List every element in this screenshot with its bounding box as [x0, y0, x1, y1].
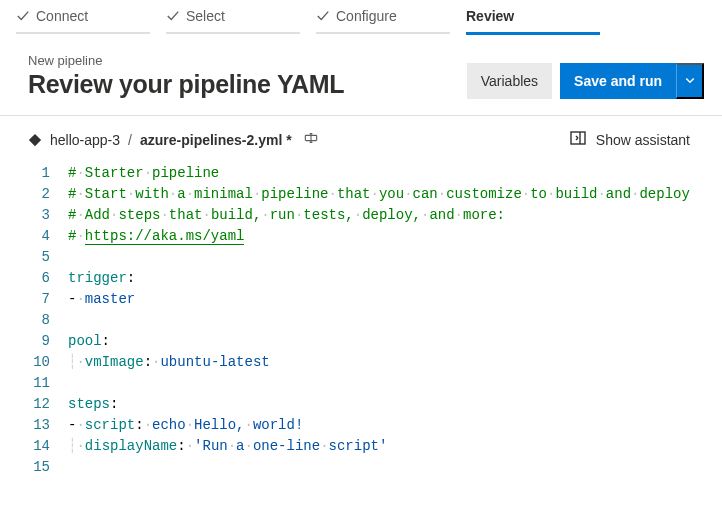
save-and-run-button[interactable]: Save and run	[560, 63, 676, 99]
line-number: 5	[18, 247, 50, 268]
wizard-tab-select[interactable]: Select	[162, 0, 312, 35]
line-number: 8	[18, 310, 50, 331]
assistant-panel-icon	[570, 130, 586, 149]
rename-file-icon[interactable]	[304, 131, 318, 148]
line-number: 2	[18, 184, 50, 205]
file-bar: hello-app-3 / azure-pipelines-2.yml * Sh…	[0, 116, 722, 163]
page-title: Review your pipeline YAML	[28, 70, 344, 99]
chevron-down-icon	[684, 74, 696, 89]
repo-name[interactable]: hello-app-3	[50, 132, 120, 148]
line-number: 10	[18, 352, 50, 373]
code-content[interactable]: #·Starter·pipeline#·Start·with·a·minimal…	[68, 163, 722, 478]
check-icon	[16, 9, 30, 23]
line-number: 11	[18, 373, 50, 394]
code-editor[interactable]: 123456789101112131415 #·Starter·pipeline…	[0, 163, 722, 478]
code-line[interactable]: trigger:	[68, 268, 722, 289]
code-line[interactable]: #·https://aka.ms/yaml	[68, 226, 722, 247]
code-line[interactable]: #·Add·steps·that·build,·run·tests,·deplo…	[68, 205, 722, 226]
line-number: 9	[18, 331, 50, 352]
line-number: 6	[18, 268, 50, 289]
code-line[interactable]	[68, 373, 722, 394]
line-number: 13	[18, 415, 50, 436]
line-number: 15	[18, 457, 50, 478]
line-number: 1	[18, 163, 50, 184]
show-assistant-button[interactable]: Show assistant	[570, 130, 690, 149]
code-line[interactable]: #·Start·with·a·minimal·pipeline·that·you…	[68, 184, 722, 205]
wizard-tab-configure[interactable]: Configure	[312, 0, 462, 35]
wizard-tab-connect[interactable]: Connect	[12, 0, 162, 35]
line-number: 14	[18, 436, 50, 457]
path-separator: /	[128, 132, 132, 148]
show-assistant-label: Show assistant	[596, 132, 690, 148]
wizard-tab-label: Review	[466, 8, 514, 24]
check-icon	[316, 9, 330, 23]
code-line[interactable]	[68, 457, 722, 478]
code-line[interactable]: ┆·vmImage:·ubuntu-latest	[68, 352, 722, 373]
line-number: 12	[18, 394, 50, 415]
repo-icon	[28, 133, 42, 147]
wizard-tab-label: Configure	[336, 8, 397, 24]
wizard-tab-review[interactable]: Review	[462, 0, 612, 35]
code-line[interactable]: -·script:·echo·Hello,·world!	[68, 415, 722, 436]
variables-button[interactable]: Variables	[467, 63, 552, 99]
code-line[interactable]: steps:	[68, 394, 722, 415]
line-number: 3	[18, 205, 50, 226]
wizard-tab-label: Select	[186, 8, 225, 24]
header-subtitle: New pipeline	[28, 53, 344, 68]
page-header: New pipeline Review your pipeline YAML V…	[0, 35, 722, 116]
code-line[interactable]	[68, 247, 722, 268]
line-gutter: 123456789101112131415	[18, 163, 68, 478]
code-line[interactable]	[68, 310, 722, 331]
file-name: azure-pipelines-2.yml *	[140, 132, 292, 148]
line-number: 7	[18, 289, 50, 310]
code-line[interactable]: ┆·displayName:·'Run·a·one-line·script'	[68, 436, 722, 457]
code-line[interactable]: -·master	[68, 289, 722, 310]
check-icon	[166, 9, 180, 23]
code-line[interactable]: pool:	[68, 331, 722, 352]
line-number: 4	[18, 226, 50, 247]
save-and-run-dropdown[interactable]	[676, 63, 704, 99]
wizard-tabs: ConnectSelectConfigureReview	[0, 0, 722, 35]
wizard-tab-label: Connect	[36, 8, 88, 24]
code-line[interactable]: #·Starter·pipeline	[68, 163, 722, 184]
